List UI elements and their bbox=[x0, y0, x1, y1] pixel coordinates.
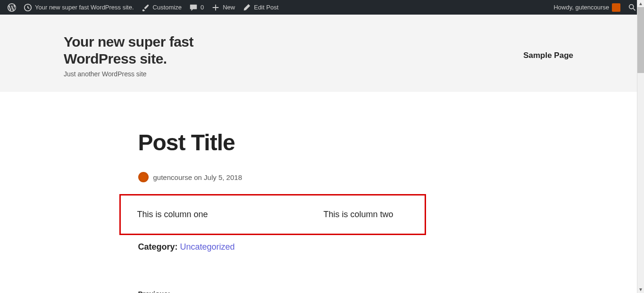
search-icon bbox=[628, 3, 636, 12]
meta-text: gutencourse on July 5, 2018 bbox=[153, 173, 242, 181]
scroll-down-arrow-icon[interactable]: ▼ bbox=[637, 286, 644, 293]
column-one-text: This is column one bbox=[137, 210, 324, 220]
primary-nav: Sample Page bbox=[523, 51, 644, 60]
post-meta: gutencourse on July 5, 2018 bbox=[138, 172, 525, 182]
scroll-thumb[interactable] bbox=[637, 7, 644, 73]
previous-label: Previous: bbox=[138, 290, 525, 293]
new-label: New bbox=[223, 4, 235, 11]
post-date[interactable]: July 5, 2018 bbox=[204, 173, 242, 181]
wordpress-logo-icon bbox=[8, 3, 16, 12]
category-link[interactable]: Uncategorized bbox=[180, 242, 235, 252]
dashboard-icon bbox=[24, 3, 32, 12]
edit-post-label: Edit Post bbox=[254, 4, 278, 11]
user-menu[interactable]: Howdy, gutencourse bbox=[550, 0, 624, 15]
main-content: Post Title gutencourse on July 5, 2018 T… bbox=[119, 92, 525, 293]
new-content-link[interactable]: New bbox=[208, 0, 239, 15]
site-branding: Your new super fast WordPress site. Just… bbox=[0, 33, 236, 78]
site-name-menu[interactable]: Your new super fast WordPress site. bbox=[20, 0, 138, 15]
post-navigation: Previous: Test bbox=[138, 290, 525, 293]
comment-icon bbox=[189, 3, 198, 12]
howdy-text: Howdy, gutencourse bbox=[553, 4, 609, 11]
column-two-text: This is column two bbox=[324, 210, 408, 220]
vertical-scrollbar[interactable]: ▲ ▼ bbox=[637, 0, 644, 293]
edit-post-link[interactable]: Edit Post bbox=[239, 0, 282, 15]
admin-bar-left: Your new super fast WordPress site. Cust… bbox=[4, 0, 282, 15]
brush-icon bbox=[142, 3, 150, 12]
scroll-up-arrow-icon[interactable]: ▲ bbox=[637, 0, 644, 7]
avatar-icon bbox=[612, 3, 620, 12]
customize-link[interactable]: Customize bbox=[138, 0, 185, 15]
site-name-label: Your new super fast WordPress site. bbox=[35, 4, 134, 11]
site-header: Your new super fast WordPress site. Just… bbox=[0, 15, 644, 92]
site-title[interactable]: Your new super fast WordPress site. bbox=[64, 33, 236, 67]
author-avatar-icon bbox=[138, 172, 149, 182]
nav-sample-page[interactable]: Sample Page bbox=[523, 51, 573, 60]
category-line: Category: Uncategorized bbox=[138, 242, 525, 252]
site-tagline: Just another WordPress site bbox=[64, 70, 236, 78]
admin-bar-right: Howdy, gutencourse bbox=[550, 0, 640, 15]
columns-block-highlight: This is column one This is column two bbox=[119, 194, 426, 235]
pencil-icon bbox=[243, 3, 251, 12]
plus-icon bbox=[211, 3, 220, 12]
author-link[interactable]: gutencourse bbox=[153, 173, 192, 181]
meta-on: on bbox=[194, 173, 202, 181]
wp-logo-menu[interactable] bbox=[4, 0, 20, 15]
comments-count: 0 bbox=[201, 4, 204, 11]
category-label: Category: bbox=[138, 242, 178, 252]
customize-label: Customize bbox=[153, 4, 182, 11]
comments-link[interactable]: 0 bbox=[185, 0, 208, 15]
wp-admin-bar: Your new super fast WordPress site. Cust… bbox=[0, 0, 644, 15]
post-title: Post Title bbox=[138, 130, 525, 155]
